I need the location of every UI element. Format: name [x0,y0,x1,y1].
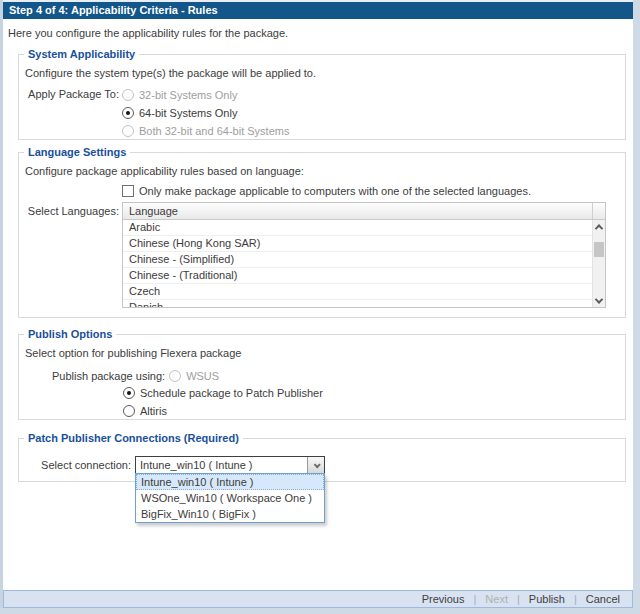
wizard-content: Here you configure the applicability rul… [3,19,633,590]
radio-option-altiris[interactable]: Altiris [123,402,625,419]
language-filter-checkbox-label: Only make package applicable to computer… [139,185,531,197]
section-title-connections: Patch Publisher Connections (Required) [24,432,243,444]
scroll-up-button[interactable] [593,220,605,233]
radio-32bit-systems-only [122,89,134,101]
language-row-arabic[interactable]: Arabic [123,220,592,236]
wizard-subtitle: Here you configure the applicability rul… [3,19,633,40]
section-language-settings: Language Settings Configure package appl… [18,146,626,318]
connection-dropdown-button[interactable] [307,457,324,473]
publish-button[interactable]: Publish [529,593,565,605]
scrollbar-thumb[interactable] [594,242,604,257]
chevron-down-icon [595,295,603,303]
radio-schedule-patch-publisher[interactable] [123,387,135,399]
language-row-czech[interactable]: Czech [123,284,592,300]
section-patch-publisher-connections: Patch Publisher Connections (Required) S… [18,432,626,482]
radio-wsus [169,370,181,382]
language-row-danish[interactable]: Danish [123,300,592,308]
language-settings-description: Configure package applicability rules ba… [19,158,625,177]
language-column-header[interactable]: Language [123,203,605,220]
language-row-chinese-traditional[interactable]: Chinese - (Traditional) [123,268,592,284]
publish-options-description: Select option for publishing Flexera pac… [19,340,625,359]
radio-option-both: Both 32-bit and 64-bit Systems [122,122,289,139]
connection-combobox[interactable]: Intune_win10 ( Intune ) Intune_win10 ( I… [135,456,325,474]
language-row-chinese-simplified[interactable]: Chinese - (Simplified) [123,252,592,268]
scroll-down-button[interactable] [593,294,605,307]
footer-separator: | [574,593,577,605]
radio-option-32bit: 32-bit Systems Only [122,86,289,103]
radio-both-label: Both 32-bit and 64-bit Systems [139,125,289,137]
publish-package-using-label: Publish package using: [52,370,165,382]
radio-option-64bit[interactable]: 64-bit Systems Only [122,104,289,121]
chevron-up-icon [595,224,603,232]
wizard-footer: Previous | Next | Publish | Cancel [3,590,633,608]
language-filter-checkbox-row[interactable]: Only make package applicable to computer… [122,183,625,198]
system-applicability-description: Configure the system type(s) the package… [19,60,625,79]
section-title-publish-options: Publish Options [24,328,116,340]
apply-package-to-label: Apply Package To: [19,88,119,100]
dropdown-item-intune[interactable]: Intune_win10 ( Intune ) [136,474,324,490]
cancel-button[interactable]: Cancel [586,593,620,605]
window-frame-right [633,0,640,614]
radio-option-patch-publisher[interactable]: Schedule package to Patch Publisher [123,384,625,401]
apply-package-to-radio-group: 32-bit Systems Only 64-bit Systems Only … [122,86,289,140]
window-frame-bottom [0,608,640,614]
radio-64bit-label: 64-bit Systems Only [139,107,237,119]
radio-both-32-and-64bit [122,125,134,137]
connection-dropdown-list: Intune_win10 ( Intune ) WSOne_Win10 ( Wo… [135,473,325,523]
section-system-applicability: System Applicability Configure the syste… [18,48,626,140]
select-connection-label: Select connection: [19,459,131,471]
dropdown-item-wsone[interactable]: WSOne_Win10 ( Workspace One ) [136,490,324,506]
language-list-rows: Arabic Chinese (Hong Kong SAR) Chinese -… [123,220,592,307]
radio-64bit-systems-only[interactable] [122,107,134,119]
radio-patch-publisher-label: Schedule package to Patch Publisher [140,387,323,399]
section-title-system-applicability: System Applicability [24,48,139,60]
footer-separator: | [473,593,476,605]
next-button: Next [485,593,508,605]
radio-32bit-label: 32-bit Systems Only [139,89,237,101]
wizard-step-title: Step 4 of 4: Applicability Criteria - Ru… [3,2,633,19]
language-column-header-cap [592,203,605,219]
connection-combobox-value: Intune_win10 ( Intune ) [140,457,306,473]
section-title-language-settings: Language Settings [24,146,130,158]
language-list-scrollbar[interactable] [592,220,605,307]
radio-altiris[interactable] [123,405,135,417]
language-row-chinese-hk[interactable]: Chinese (Hong Kong SAR) [123,236,592,252]
section-publish-options: Publish Options Select option for publis… [18,328,626,420]
radio-altiris-label: Altiris [140,405,167,417]
dropdown-chevron-icon [313,461,320,468]
language-column-header-text: Language [129,205,178,217]
footer-separator: | [517,593,520,605]
select-languages-label: Select Languages: [19,205,119,217]
dropdown-item-bigfix[interactable]: BigFix_Win10 ( BigFix ) [136,506,324,522]
language-filter-checkbox[interactable] [122,185,134,197]
radio-wsus-label: WSUS [186,370,219,382]
previous-button[interactable]: Previous [422,593,465,605]
language-listbox[interactable]: Language Arabic Chinese (Hong Kong SAR) … [122,202,606,308]
